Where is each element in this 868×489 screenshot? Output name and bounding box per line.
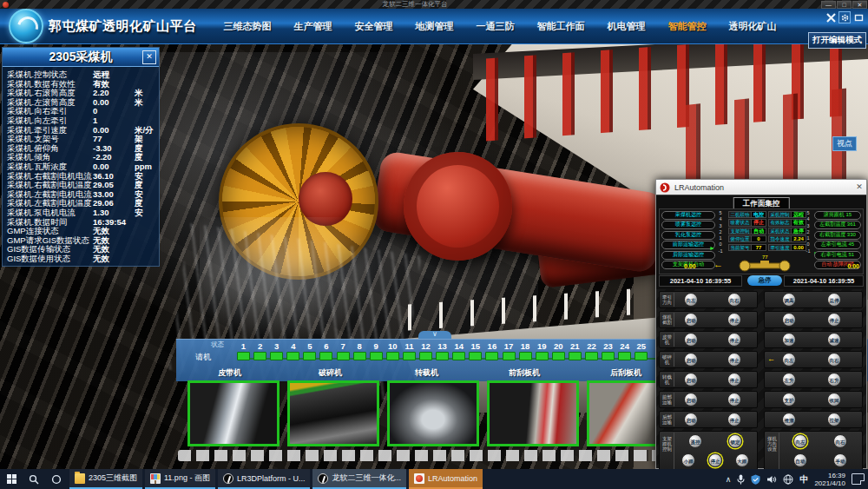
lr-telemetry-button[interactable]: 滚筒跟机 15 <box>814 211 861 220</box>
support-channel[interactable]: 24 <box>618 341 631 366</box>
ime-indicator[interactable]: 中 <box>799 473 808 486</box>
control-button-a[interactable]: 向左 <box>782 353 796 367</box>
taskbar-task-button[interactable]: 11.png - 画图 <box>145 469 215 489</box>
support-channel[interactable]: 1 <box>237 341 250 366</box>
nav-menu-item[interactable]: 地测管理 <box>404 20 465 33</box>
control-button-b[interactable]: 停止 <box>727 353 741 367</box>
taskbar-task-button[interactable]: 龙软二三维一体化... <box>312 469 406 489</box>
direction-button[interactable]: 向左 <box>793 434 807 448</box>
direction-button[interactable]: 向右 <box>833 434 847 448</box>
control-button-b[interactable]: 停止 <box>727 313 741 327</box>
support-channel[interactable]: 4 <box>286 341 299 366</box>
taskbar-clock[interactable]: 16:39 2021/4/10 <box>814 472 845 487</box>
control-button-a[interactable]: 启动 <box>684 333 698 347</box>
settings-gear-icon[interactable] <box>838 11 851 23</box>
control-button-b[interactable]: 向右 <box>727 293 741 307</box>
camera-thumb-front-scraper[interactable] <box>487 380 579 446</box>
start-button[interactable] <box>0 469 23 489</box>
viewpoint-tag[interactable]: 视点 <box>832 136 857 151</box>
shearer-panel-close-icon[interactable]: ✕ <box>142 50 156 64</box>
control-button-b[interactable]: 减速 <box>827 333 841 347</box>
control-button-a[interactable]: 左升 <box>782 373 796 387</box>
support-follow-button[interactable]: 停止 <box>708 453 722 467</box>
support-channel[interactable]: 10 <box>386 341 399 366</box>
support-channel[interactable]: 12 <box>419 341 432 366</box>
support-channel[interactable]: 20 <box>552 341 565 366</box>
lr-remote-button[interactable]: 喷雾泵远控 <box>661 221 715 229</box>
notification-center-icon[interactable] <box>852 473 865 485</box>
control-button-b[interactable]: 右升 <box>827 373 841 387</box>
support-channel[interactable]: 11 <box>403 341 416 366</box>
support-channel[interactable]: 21 <box>569 341 582 366</box>
camera-thumb-loader[interactable] <box>387 380 479 446</box>
taskbar-task-button[interactable]: LR3DPlatform - U... <box>218 469 311 489</box>
nav-menu-item[interactable]: 一通三防 <box>465 20 526 33</box>
nav-menu-item[interactable]: 智能工作面 <box>526 20 596 33</box>
control-button-b[interactable]: 停止 <box>727 393 741 406</box>
control-button-a[interactable]: 启动 <box>782 313 796 327</box>
control-button-a[interactable]: 向左 <box>684 293 698 307</box>
camera-thumb-crusher[interactable] <box>287 380 379 446</box>
control-button-a[interactable]: 加速 <box>782 333 796 347</box>
taskbar-task-button[interactable]: LRAutomation <box>409 469 483 489</box>
control-button-a[interactable]: 支护 <box>782 393 796 406</box>
control-button-b[interactable]: 停止 <box>827 313 841 327</box>
search-icon[interactable] <box>23 469 45 489</box>
close-button[interactable]: ✕ <box>852 1 867 9</box>
cortana-icon[interactable] <box>45 469 68 489</box>
control-button-b[interactable]: 拉架 <box>827 413 841 426</box>
nav-menu-item[interactable]: 智能管控 <box>657 20 718 33</box>
support-channel[interactable]: 18 <box>519 341 532 366</box>
open-edit-mode-button[interactable]: 打开编辑模式 <box>808 32 866 49</box>
fit-screen-icon[interactable] <box>852 11 865 23</box>
control-button-a[interactable]: 调高 <box>782 293 796 307</box>
security-shield-icon[interactable] <box>751 474 760 485</box>
lr-telemetry-button[interactable]: 左牵引电流 45 <box>814 241 861 249</box>
support-channel[interactable]: 23 <box>602 341 615 366</box>
support-channel[interactable]: 15 <box>469 341 482 366</box>
tools-wrench-icon[interactable] <box>825 11 837 23</box>
support-channel[interactable]: 5 <box>303 341 316 366</box>
support-channel[interactable]: 17 <box>503 341 516 366</box>
support-channel[interactable]: 7 <box>337 341 350 366</box>
support-mode-button[interactable]: 锁定 <box>728 434 742 448</box>
support-channel[interactable]: 2 <box>253 341 266 366</box>
lr-telemetry-button[interactable]: 左截割温度 361 <box>814 221 861 229</box>
lr-telemetry-button[interactable]: 右截割温度 330 <box>814 231 861 240</box>
control-button-b[interactable]: 总停 <box>827 293 841 307</box>
support-mode-button[interactable]: 遥控 <box>688 434 702 448</box>
maximize-button[interactable]: □ <box>837 1 852 9</box>
tray-chevron-up-icon[interactable]: ∧ <box>726 475 732 484</box>
support-channel[interactable]: 14 <box>452 341 465 366</box>
control-button-a[interactable]: 启动 <box>684 353 698 367</box>
mode-button[interactable]: 手动 <box>833 453 847 467</box>
network-globe-icon[interactable] <box>783 474 793 485</box>
nav-menu-item[interactable]: 安全管理 <box>344 20 404 33</box>
nav-menu-item[interactable]: 生产管理 <box>283 20 344 33</box>
support-channel[interactable]: 8 <box>353 341 366 366</box>
microphone-icon[interactable] <box>737 474 745 485</box>
control-button-a[interactable]: 启动 <box>684 373 698 387</box>
lr-remote-button[interactable]: 采煤机远控 <box>661 211 715 220</box>
thumbnail-filmstrip[interactable] <box>178 450 680 461</box>
lr-close-icon[interactable]: ✕ <box>852 181 866 194</box>
control-button-a[interactable]: 启动 <box>684 413 698 426</box>
support-channel[interactable]: 25 <box>635 341 648 366</box>
nav-menu-item[interactable]: 透明化矿山 <box>718 20 788 33</box>
support-channel[interactable]: 19 <box>536 341 549 366</box>
camera-thumb-belt[interactable] <box>187 380 279 446</box>
support-channel[interactable]: 9 <box>370 341 383 366</box>
nav-menu-item[interactable]: 三维态势图 <box>213 20 283 33</box>
support-channel[interactable]: 13 <box>436 341 449 366</box>
taskbar-task-button[interactable]: 2305三维截图 <box>69 469 142 489</box>
control-button-a[interactable]: 启动 <box>684 313 698 327</box>
lr-titlebar[interactable]: LRAutomation ✕ <box>656 180 866 195</box>
support-channel[interactable]: 6 <box>319 341 332 366</box>
control-button-b[interactable]: 停止 <box>727 413 741 426</box>
nav-menu-item[interactable]: 机电管理 <box>596 20 657 33</box>
lr-remote-button[interactable]: 前部运输远控 <box>661 241 715 249</box>
lr-remote-button[interactable]: 乳化泵远控 <box>661 231 715 240</box>
support-channel[interactable]: 22 <box>585 341 598 366</box>
mode-button[interactable]: 自动 <box>793 453 807 467</box>
support-follow-button[interactable]: 小跟 <box>681 453 695 467</box>
